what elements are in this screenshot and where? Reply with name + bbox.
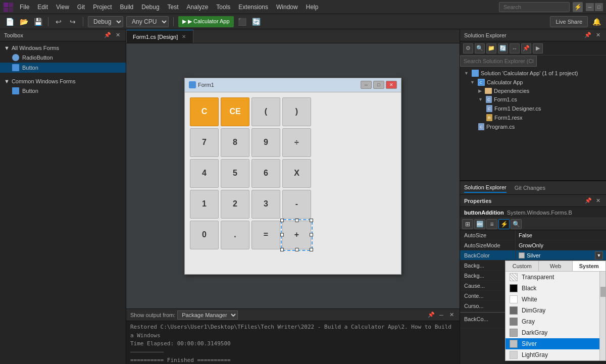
menu-git[interactable]: Git (74, 2, 88, 12)
se-item-form1-designer[interactable]: C Form1 Designer.cs (460, 104, 606, 113)
se-tool-btn-1[interactable]: ⚙ (463, 43, 473, 54)
resize-handle-tm[interactable] (295, 219, 298, 222)
se-tool-btn-5[interactable]: ↔ (510, 43, 520, 54)
resize-handle-ml[interactable] (280, 233, 284, 237)
color-scrollbar[interactable] (599, 272, 605, 360)
menu-extensions[interactable]: Extensions (235, 2, 272, 12)
calc-btn-7[interactable]: 7 (190, 128, 219, 157)
toolbox-item-radiobutton[interactable]: RadioButton (0, 53, 126, 63)
color-item-gray[interactable]: Gray (506, 316, 599, 327)
calc-btn-multiply[interactable]: X (282, 159, 311, 188)
extension-icon[interactable]: ⚡ (573, 2, 583, 12)
se-item-program[interactable]: C Program.cs (460, 122, 606, 131)
se-tool-btn-7[interactable]: ▶ (533, 43, 543, 54)
designer-tab-close[interactable]: ✕ (181, 33, 187, 40)
minimize-btn[interactable]: ─ (586, 3, 594, 11)
props-tab-search[interactable]: 🔍 (511, 219, 522, 229)
se-tool-btn-3[interactable]: 📁 (486, 43, 496, 54)
color-item-black[interactable]: Black (506, 283, 599, 294)
se-item-form1[interactable]: ▼ C Form1.cs (460, 95, 606, 104)
toolbox-close-btn[interactable]: ✕ (114, 31, 122, 39)
menu-file[interactable]: File (16, 2, 33, 12)
open-btn[interactable]: 📂 (18, 16, 29, 27)
se-pin-btn[interactable]: 📌 (584, 31, 592, 39)
calc-btn-equals[interactable]: = (251, 221, 280, 249)
calc-btn-5[interactable]: 5 (221, 159, 249, 188)
menu-debug[interactable]: Debug (138, 2, 163, 12)
form-minimize-btn[interactable]: ─ (361, 81, 372, 89)
live-share-btn[interactable]: Live Share (550, 16, 588, 27)
color-item-dimgray[interactable]: DimGray (506, 305, 599, 316)
calc-btn-2[interactable]: 2 (221, 190, 249, 219)
toolbox-category-common[interactable]: ▼ Common Windows Forms (0, 77, 126, 86)
calc-btn-4[interactable]: 4 (190, 159, 219, 188)
global-search[interactable] (499, 2, 570, 12)
se-tool-btn-6[interactable]: 📌 (521, 43, 531, 54)
menu-view[interactable]: View (53, 2, 73, 12)
menu-analyze[interactable]: Analyze (183, 2, 212, 12)
se-item-dependencies[interactable]: ▶ Dependencies (460, 87, 606, 95)
menu-project[interactable]: Project (89, 2, 115, 12)
calc-btn-minus[interactable]: - (282, 190, 311, 219)
calc-btn-8[interactable]: 8 (221, 128, 249, 157)
output-pin-btn[interactable]: 📌 (427, 311, 435, 319)
menu-test[interactable]: Test (164, 2, 182, 12)
resize-handle-br[interactable] (310, 248, 313, 251)
se-tab-git[interactable]: Git Changes (515, 183, 545, 192)
save-btn[interactable]: 💾 (32, 16, 43, 27)
calc-btn-close-paren[interactable]: ) (282, 97, 311, 126)
se-tab-solution[interactable]: Solution Explorer (464, 183, 507, 193)
redo-btn[interactable]: ↪ (67, 16, 78, 27)
output-close-btn[interactable]: ✕ (447, 311, 456, 319)
se-search-input[interactable] (460, 56, 537, 67)
props-tab-category[interactable]: ⊞ (462, 219, 473, 229)
calc-btn-0[interactable]: 0 (190, 221, 219, 249)
calc-btn-CE[interactable]: CE (221, 97, 249, 126)
form-restore-btn[interactable]: □ (373, 81, 384, 89)
menu-window[interactable]: Window (273, 2, 301, 12)
color-item-silver[interactable]: Silver (506, 338, 599, 349)
toolbox-category-all[interactable]: ▼ All Windows Forms (0, 43, 126, 53)
toolbox-item-button-common[interactable]: Button (0, 86, 126, 96)
se-tool-btn-2[interactable]: 🔍 (475, 43, 485, 54)
calc-btn-1[interactable]: 1 (190, 190, 219, 219)
notifications-btn[interactable]: 🔔 (591, 16, 602, 27)
undo-btn[interactable]: ↩ (53, 16, 64, 27)
calc-btn-plus[interactable]: + (282, 221, 311, 249)
resize-handle-bl[interactable] (280, 248, 284, 251)
toolbox-pin-btn[interactable]: 📌 (104, 31, 112, 39)
designer-tab[interactable]: Form1.cs [Design] ✕ (126, 30, 193, 43)
menu-build[interactable]: Build (117, 2, 137, 12)
props-value-autosize[interactable]: False (516, 230, 606, 240)
color-item-darkgray[interactable]: DarkGray (506, 327, 599, 338)
menu-tools[interactable]: Tools (213, 2, 234, 12)
se-item-form1-resx[interactable]: R Form1.resx (460, 113, 606, 122)
props-row-backcolor[interactable]: BackColor Silver ▼ (460, 250, 606, 261)
form-close-btn[interactable]: ✕ (386, 81, 397, 89)
output-source-dropdown[interactable]: Package Manager (177, 310, 238, 320)
platform-dropdown[interactable]: Any CPU (126, 16, 169, 27)
color-item-transparent[interactable]: Transparent (506, 272, 599, 283)
config-dropdown[interactable]: Debug (88, 16, 123, 27)
se-tool-btn-4[interactable]: 🔄 (498, 43, 508, 54)
calc-btn-6[interactable]: 6 (251, 159, 280, 188)
calc-btn-3[interactable]: 3 (251, 190, 280, 219)
se-item-solution[interactable]: ▼ Solution 'Calculator App' (1 of 1 proj… (460, 69, 606, 78)
menu-edit[interactable]: Edit (34, 2, 52, 12)
props-tab-alpha[interactable]: 🔤 (474, 219, 485, 229)
calc-btn-9[interactable]: 9 (251, 128, 280, 157)
color-tab-custom[interactable]: Custom (506, 261, 539, 271)
output-minimize-btn[interactable]: ─ (437, 311, 445, 319)
stop-btn[interactable]: ⬛ (237, 16, 248, 27)
props-value-autosizemode[interactable]: GrowOnly (516, 240, 606, 250)
resize-handle-bm[interactable] (295, 248, 298, 251)
color-item-white[interactable]: White (506, 294, 599, 305)
toolbox-item-button-selected[interactable]: Button (0, 63, 126, 73)
calc-btn-dot[interactable]: . (221, 221, 249, 249)
color-tab-system[interactable]: System (573, 261, 605, 271)
color-item-lightgray[interactable]: LightGray (506, 349, 599, 360)
calc-btn-divide[interactable]: ÷ (282, 128, 311, 157)
calc-btn-open-paren[interactable]: ( (251, 97, 280, 126)
se-close-btn[interactable]: ✕ (594, 31, 602, 39)
color-tab-web[interactable]: Web (539, 261, 572, 271)
